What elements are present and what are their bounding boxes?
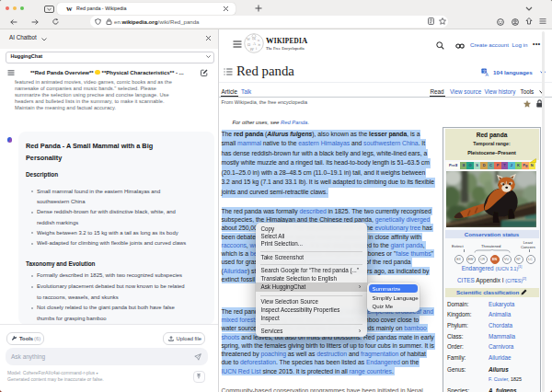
svg-text:A: A xyxy=(486,72,489,76)
svg-text:𝑊: 𝑊 xyxy=(250,47,254,52)
svg-text:W: W xyxy=(247,37,250,41)
